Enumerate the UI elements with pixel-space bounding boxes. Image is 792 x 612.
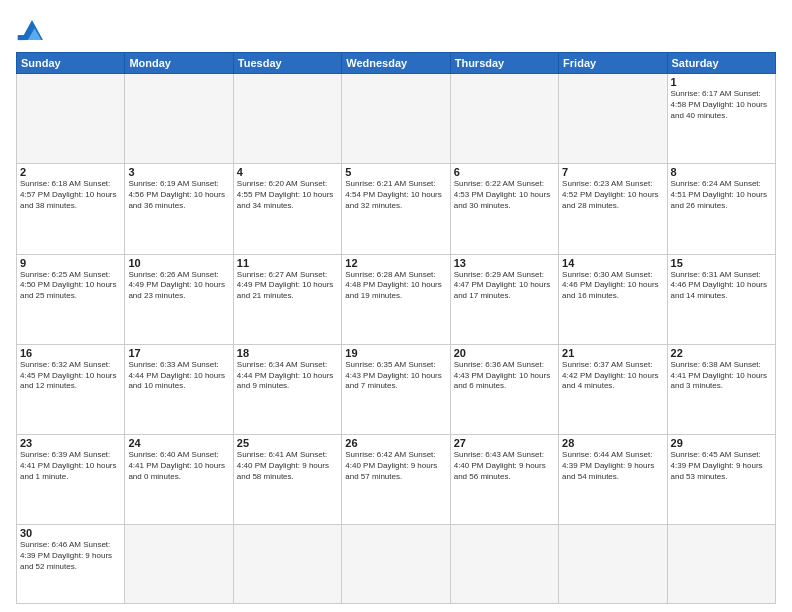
header	[16, 16, 776, 44]
day-info: Sunrise: 6:23 AM Sunset: 4:52 PM Dayligh…	[562, 179, 663, 211]
day-number: 22	[671, 347, 772, 359]
calendar-cell	[342, 525, 450, 604]
calendar-week-1: 1Sunrise: 6:17 AM Sunset: 4:58 PM Daylig…	[17, 74, 776, 164]
day-number: 17	[128, 347, 229, 359]
calendar-cell: 15Sunrise: 6:31 AM Sunset: 4:46 PM Dayli…	[667, 254, 775, 344]
calendar-cell: 25Sunrise: 6:41 AM Sunset: 4:40 PM Dayli…	[233, 435, 341, 525]
calendar-cell: 30Sunrise: 6:46 AM Sunset: 4:39 PM Dayli…	[17, 525, 125, 604]
day-number: 13	[454, 257, 555, 269]
calendar-cell	[233, 74, 341, 164]
calendar-cell: 19Sunrise: 6:35 AM Sunset: 4:43 PM Dayli…	[342, 344, 450, 434]
day-number: 10	[128, 257, 229, 269]
page: SundayMondayTuesdayWednesdayThursdayFrid…	[0, 0, 792, 612]
day-info: Sunrise: 6:40 AM Sunset: 4:41 PM Dayligh…	[128, 450, 229, 482]
weekday-header-monday: Monday	[125, 53, 233, 74]
calendar-week-5: 23Sunrise: 6:39 AM Sunset: 4:41 PM Dayli…	[17, 435, 776, 525]
day-number: 8	[671, 166, 772, 178]
day-info: Sunrise: 6:35 AM Sunset: 4:43 PM Dayligh…	[345, 360, 446, 392]
calendar-cell: 24Sunrise: 6:40 AM Sunset: 4:41 PM Dayli…	[125, 435, 233, 525]
day-number: 15	[671, 257, 772, 269]
day-number: 16	[20, 347, 121, 359]
calendar-cell: 10Sunrise: 6:26 AM Sunset: 4:49 PM Dayli…	[125, 254, 233, 344]
calendar-cell	[559, 74, 667, 164]
day-info: Sunrise: 6:22 AM Sunset: 4:53 PM Dayligh…	[454, 179, 555, 211]
calendar-cell: 4Sunrise: 6:20 AM Sunset: 4:55 PM Daylig…	[233, 164, 341, 254]
logo-icon	[16, 16, 48, 44]
day-info: Sunrise: 6:29 AM Sunset: 4:47 PM Dayligh…	[454, 270, 555, 302]
calendar-cell: 2Sunrise: 6:18 AM Sunset: 4:57 PM Daylig…	[17, 164, 125, 254]
day-info: Sunrise: 6:20 AM Sunset: 4:55 PM Dayligh…	[237, 179, 338, 211]
day-info: Sunrise: 6:42 AM Sunset: 4:40 PM Dayligh…	[345, 450, 446, 482]
calendar-cell	[233, 525, 341, 604]
day-info: Sunrise: 6:27 AM Sunset: 4:49 PM Dayligh…	[237, 270, 338, 302]
day-number: 23	[20, 437, 121, 449]
day-info: Sunrise: 6:30 AM Sunset: 4:46 PM Dayligh…	[562, 270, 663, 302]
day-number: 24	[128, 437, 229, 449]
day-info: Sunrise: 6:28 AM Sunset: 4:48 PM Dayligh…	[345, 270, 446, 302]
day-number: 18	[237, 347, 338, 359]
day-info: Sunrise: 6:25 AM Sunset: 4:50 PM Dayligh…	[20, 270, 121, 302]
day-number: 9	[20, 257, 121, 269]
calendar-cell: 29Sunrise: 6:45 AM Sunset: 4:39 PM Dayli…	[667, 435, 775, 525]
calendar-cell	[450, 74, 558, 164]
calendar-cell: 13Sunrise: 6:29 AM Sunset: 4:47 PM Dayli…	[450, 254, 558, 344]
calendar-cell: 6Sunrise: 6:22 AM Sunset: 4:53 PM Daylig…	[450, 164, 558, 254]
calendar-cell: 1Sunrise: 6:17 AM Sunset: 4:58 PM Daylig…	[667, 74, 775, 164]
weekday-header-wednesday: Wednesday	[342, 53, 450, 74]
day-number: 3	[128, 166, 229, 178]
calendar-cell: 18Sunrise: 6:34 AM Sunset: 4:44 PM Dayli…	[233, 344, 341, 434]
day-number: 20	[454, 347, 555, 359]
calendar-cell: 16Sunrise: 6:32 AM Sunset: 4:45 PM Dayli…	[17, 344, 125, 434]
calendar-cell	[125, 525, 233, 604]
day-number: 2	[20, 166, 121, 178]
weekday-header-friday: Friday	[559, 53, 667, 74]
calendar-week-6: 30Sunrise: 6:46 AM Sunset: 4:39 PM Dayli…	[17, 525, 776, 604]
calendar-week-2: 2Sunrise: 6:18 AM Sunset: 4:57 PM Daylig…	[17, 164, 776, 254]
calendar-cell: 9Sunrise: 6:25 AM Sunset: 4:50 PM Daylig…	[17, 254, 125, 344]
day-number: 12	[345, 257, 446, 269]
day-info: Sunrise: 6:38 AM Sunset: 4:41 PM Dayligh…	[671, 360, 772, 392]
weekday-header-saturday: Saturday	[667, 53, 775, 74]
calendar-cell: 11Sunrise: 6:27 AM Sunset: 4:49 PM Dayli…	[233, 254, 341, 344]
calendar-cell: 23Sunrise: 6:39 AM Sunset: 4:41 PM Dayli…	[17, 435, 125, 525]
day-number: 28	[562, 437, 663, 449]
day-info: Sunrise: 6:18 AM Sunset: 4:57 PM Dayligh…	[20, 179, 121, 211]
day-number: 21	[562, 347, 663, 359]
day-info: Sunrise: 6:45 AM Sunset: 4:39 PM Dayligh…	[671, 450, 772, 482]
calendar-cell: 17Sunrise: 6:33 AM Sunset: 4:44 PM Dayli…	[125, 344, 233, 434]
calendar-cell: 14Sunrise: 6:30 AM Sunset: 4:46 PM Dayli…	[559, 254, 667, 344]
calendar-cell: 8Sunrise: 6:24 AM Sunset: 4:51 PM Daylig…	[667, 164, 775, 254]
calendar-cell: 3Sunrise: 6:19 AM Sunset: 4:56 PM Daylig…	[125, 164, 233, 254]
day-number: 29	[671, 437, 772, 449]
day-info: Sunrise: 6:36 AM Sunset: 4:43 PM Dayligh…	[454, 360, 555, 392]
calendar-cell	[125, 74, 233, 164]
day-number: 14	[562, 257, 663, 269]
day-number: 5	[345, 166, 446, 178]
calendar-cell: 26Sunrise: 6:42 AM Sunset: 4:40 PM Dayli…	[342, 435, 450, 525]
day-info: Sunrise: 6:46 AM Sunset: 4:39 PM Dayligh…	[20, 540, 121, 572]
calendar-week-3: 9Sunrise: 6:25 AM Sunset: 4:50 PM Daylig…	[17, 254, 776, 344]
day-number: 11	[237, 257, 338, 269]
day-info: Sunrise: 6:31 AM Sunset: 4:46 PM Dayligh…	[671, 270, 772, 302]
day-info: Sunrise: 6:34 AM Sunset: 4:44 PM Dayligh…	[237, 360, 338, 392]
calendar-cell	[667, 525, 775, 604]
calendar-week-4: 16Sunrise: 6:32 AM Sunset: 4:45 PM Dayli…	[17, 344, 776, 434]
calendar-cell: 21Sunrise: 6:37 AM Sunset: 4:42 PM Dayli…	[559, 344, 667, 434]
day-number: 19	[345, 347, 446, 359]
calendar-cell	[559, 525, 667, 604]
day-info: Sunrise: 6:44 AM Sunset: 4:39 PM Dayligh…	[562, 450, 663, 482]
weekday-header-thursday: Thursday	[450, 53, 558, 74]
day-info: Sunrise: 6:17 AM Sunset: 4:58 PM Dayligh…	[671, 89, 772, 121]
day-info: Sunrise: 6:24 AM Sunset: 4:51 PM Dayligh…	[671, 179, 772, 211]
day-info: Sunrise: 6:39 AM Sunset: 4:41 PM Dayligh…	[20, 450, 121, 482]
logo	[16, 16, 52, 44]
day-info: Sunrise: 6:43 AM Sunset: 4:40 PM Dayligh…	[454, 450, 555, 482]
day-info: Sunrise: 6:26 AM Sunset: 4:49 PM Dayligh…	[128, 270, 229, 302]
calendar-cell: 12Sunrise: 6:28 AM Sunset: 4:48 PM Dayli…	[342, 254, 450, 344]
calendar-cell: 28Sunrise: 6:44 AM Sunset: 4:39 PM Dayli…	[559, 435, 667, 525]
day-number: 7	[562, 166, 663, 178]
day-number: 26	[345, 437, 446, 449]
day-number: 25	[237, 437, 338, 449]
day-number: 6	[454, 166, 555, 178]
day-info: Sunrise: 6:37 AM Sunset: 4:42 PM Dayligh…	[562, 360, 663, 392]
